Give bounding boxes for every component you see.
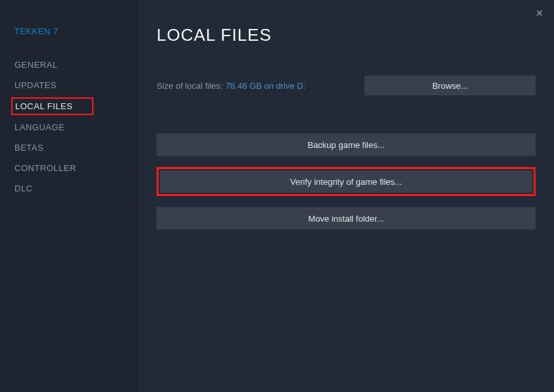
sidebar-item-betas[interactable]: BETAS xyxy=(14,137,138,158)
highlight-verify: Verify integrity of game files... xyxy=(157,167,536,196)
highlight-local-files: LOCAL FILES xyxy=(11,97,93,115)
sidebar-item-language[interactable]: LANGUAGE xyxy=(14,117,138,137)
sidebar-item-general[interactable]: GENERAL xyxy=(14,55,138,75)
sidebar-item-dlc[interactable]: DLC xyxy=(14,178,138,199)
move-folder-button[interactable]: Move install folder... xyxy=(157,207,536,230)
close-icon[interactable]: ✕ xyxy=(533,5,546,21)
size-label: Size of local files: xyxy=(157,81,222,91)
page-title: LOCAL FILES xyxy=(157,25,536,45)
sidebar-item-local-files[interactable]: LOCAL FILES xyxy=(15,101,72,111)
content-pane: ✕ LOCAL FILES Size of local files: 78.46… xyxy=(138,0,554,392)
sidebar: TEKKEN 7 GENERAL UPDATES LOCAL FILES LAN… xyxy=(0,0,138,392)
size-row: Size of local files: 78.46 GB on drive D… xyxy=(157,76,536,95)
size-value: 78.46 GB on drive D: xyxy=(226,81,305,91)
browse-button[interactable]: Browse... xyxy=(365,76,536,95)
backup-button[interactable]: Backup game files... xyxy=(157,134,536,156)
game-title: TEKKEN 7 xyxy=(14,26,138,36)
sidebar-item-updates[interactable]: UPDATES xyxy=(14,75,138,95)
verify-button[interactable]: Verify integrity of game files... xyxy=(160,170,532,193)
sidebar-item-controller[interactable]: CONTROLLER xyxy=(14,158,138,178)
size-info: Size of local files: 78.46 GB on drive D… xyxy=(157,80,305,91)
